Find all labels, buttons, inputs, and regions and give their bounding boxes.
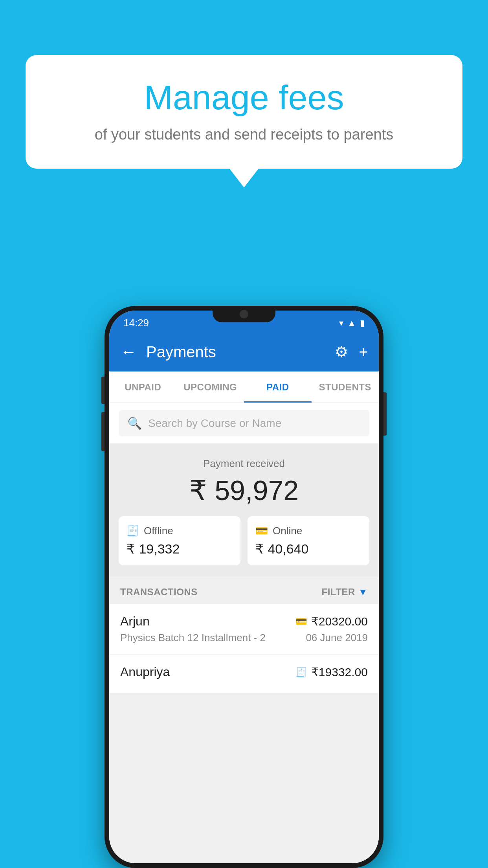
filter-icon: ▼ [358, 587, 368, 598]
phone-frame: 14:29 ▾ ▲ ▮ ← Payments ⚙ + UNPAID [105, 306, 383, 868]
offline-amount: ₹ 19,332 [127, 541, 233, 557]
search-bar-container: 🔍 Search by Course or Name [109, 403, 379, 443]
vol-down-button [101, 412, 105, 451]
payment-received-label: Payment received [119, 458, 369, 470]
offline-card-header: 🧾 Offline [127, 525, 233, 537]
online-icon: 💳 [255, 525, 268, 537]
app-bar-actions: ⚙ + [335, 343, 368, 360]
front-camera [240, 310, 248, 318]
filter-label: FILTER [322, 587, 355, 598]
status-time: 14:29 [123, 317, 149, 329]
offline-card: 🧾 Offline ₹ 19,332 [119, 516, 240, 565]
battery-icon: ▮ [360, 318, 365, 328]
search-icon: 🔍 [127, 416, 142, 430]
payment-received-amount: ₹ 59,972 [119, 474, 369, 507]
card-payment-icon: 💳 [295, 616, 307, 627]
payment-breakdown: 🧾 Offline ₹ 19,332 💳 Online ₹ 40,640 [119, 516, 369, 565]
tab-bar: UNPAID UPCOMING PAID STUDENTS [109, 371, 379, 403]
tab-unpaid[interactable]: UNPAID [109, 371, 177, 403]
transaction-name: Anupriya [120, 665, 170, 679]
power-button [383, 392, 387, 436]
speech-bubble-section: Manage fees of your students and send re… [26, 55, 462, 169]
transaction-amount: ₹20320.00 [311, 614, 368, 628]
transactions-header: TRANSACTIONS FILTER ▼ [109, 577, 379, 604]
phone-outer: 14:29 ▾ ▲ ▮ ← Payments ⚙ + UNPAID [105, 306, 383, 868]
online-label: Online [273, 525, 302, 537]
transaction-amount-wrapper: 🧾 ₹19332.00 [295, 665, 368, 679]
add-button[interactable]: + [359, 344, 368, 360]
settings-button[interactable]: ⚙ [335, 343, 348, 360]
transaction-date: 06 June 2019 [306, 632, 368, 644]
app-title: Payments [146, 343, 335, 361]
cash-payment-icon: 🧾 [295, 667, 307, 678]
tab-students[interactable]: STUDENTS [312, 371, 379, 403]
transaction-top: Anupriya 🧾 ₹19332.00 [120, 665, 368, 679]
transaction-bottom: Physics Batch 12 Installment - 2 06 June… [120, 632, 368, 644]
transaction-course: Physics Batch 12 Installment - 2 [120, 632, 266, 644]
offline-icon: 🧾 [127, 525, 139, 537]
table-row[interactable]: Anupriya 🧾 ₹19332.00 [109, 655, 379, 693]
tab-upcoming[interactable]: UPCOMING [177, 371, 244, 403]
offline-label: Offline [144, 525, 173, 537]
wifi-icon: ▾ [339, 318, 343, 328]
signal-icon: ▲ [347, 318, 356, 328]
bubble-title: Manage fees [53, 79, 435, 117]
online-card: 💳 Online ₹ 40,640 [248, 516, 369, 565]
transaction-top: Arjun 💳 ₹20320.00 [120, 614, 368, 629]
table-row[interactable]: Arjun 💳 ₹20320.00 Physics Batch 12 Insta… [109, 604, 379, 655]
bubble-subtitle: of your students and send receipts to pa… [53, 126, 435, 143]
main-content: 🔍 Search by Course or Name Payment recei… [109, 403, 379, 863]
vol-up-button [101, 377, 105, 404]
payment-received-section: Payment received ₹ 59,972 🧾 Offline ₹ 19… [109, 443, 379, 576]
filter-button[interactable]: FILTER ▼ [322, 587, 368, 598]
transaction-name: Arjun [120, 614, 150, 629]
search-input-wrapper[interactable]: 🔍 Search by Course or Name [119, 410, 369, 436]
transaction-amount: ₹19332.00 [311, 665, 368, 679]
tab-paid[interactable]: PAID [244, 371, 312, 403]
transactions-label: TRANSACTIONS [120, 587, 198, 598]
phone-notch [213, 306, 275, 322]
online-card-header: 💳 Online [255, 525, 361, 537]
app-bar: ← Payments ⚙ + [109, 332, 379, 371]
search-input[interactable]: Search by Course or Name [148, 417, 281, 430]
online-amount: ₹ 40,640 [255, 541, 361, 557]
transaction-amount-wrapper: 💳 ₹20320.00 [295, 614, 368, 628]
back-button[interactable]: ← [120, 342, 137, 361]
speech-bubble: Manage fees of your students and send re… [26, 55, 462, 169]
status-icons: ▾ ▲ ▮ [339, 318, 365, 328]
phone-screen: 14:29 ▾ ▲ ▮ ← Payments ⚙ + UNPAID [109, 311, 379, 863]
